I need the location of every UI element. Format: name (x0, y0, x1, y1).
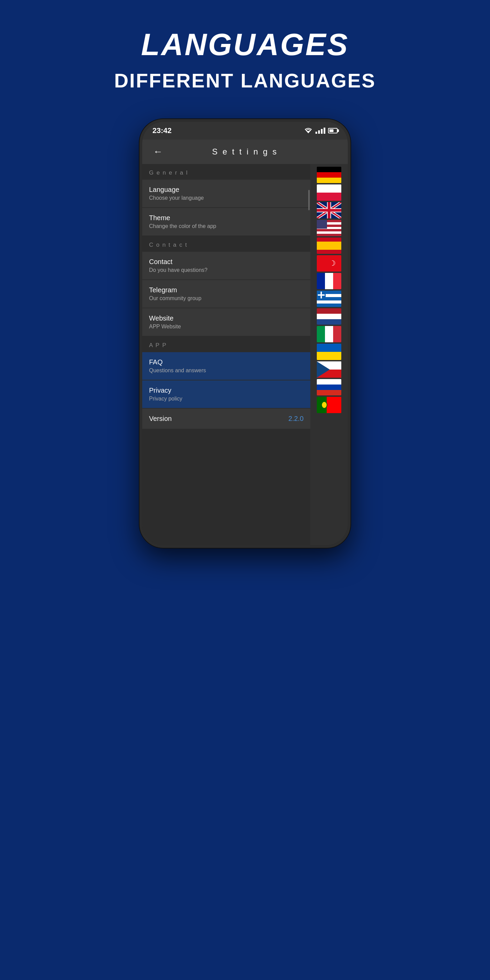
status-time: 23:42 (153, 126, 172, 135)
flag-tr[interactable]: ☽ (317, 255, 341, 272)
phone-frame: 23:42 (140, 119, 350, 548)
contact-subtitle: Do you have questions? (149, 267, 304, 273)
section-general: G e n e r a l (142, 164, 310, 180)
website-title: Website (149, 314, 304, 322)
flag-de[interactable] (317, 167, 341, 183)
status-icons (304, 127, 337, 134)
settings-item-contact[interactable]: Contact Do you have questions? (142, 252, 310, 280)
app-bar-title: S e t t i n g s (212, 147, 278, 156)
section-app: A P P (142, 337, 310, 352)
flag-ua[interactable] (317, 344, 341, 360)
wifi-icon (304, 127, 313, 134)
privacy-subtitle: Privacy policy (149, 396, 304, 402)
settings-item-telegram[interactable]: Telegram Our community group (142, 280, 310, 308)
faq-subtitle: Questions and answers (149, 368, 304, 374)
flag-us[interactable] (317, 220, 341, 236)
language-title: Language (149, 186, 304, 194)
settings-item-faq[interactable]: FAQ Questions and answers (142, 352, 310, 380)
telegram-subtitle: Our community group (149, 295, 304, 301)
language-subtitle: Choose your language (149, 195, 304, 201)
flag-pt[interactable] (317, 397, 341, 413)
theme-title: Theme (149, 214, 304, 222)
page-header: LANGUAGES DIFFERENT LANGUAGES (114, 0, 375, 105)
telegram-title: Telegram (149, 286, 304, 294)
flag-fr[interactable] (317, 273, 341, 289)
status-bar: 23:42 (142, 122, 348, 140)
phone-container: 23:42 (140, 119, 350, 548)
svg-rect-10 (318, 294, 325, 296)
flag-pl[interactable] (317, 185, 341, 201)
flags-panel: ☽ (310, 164, 348, 545)
settings-item-language[interactable]: Language Choose your language (142, 180, 310, 208)
version-row: Version 2.2.0 (142, 409, 310, 429)
settings-item-privacy[interactable]: Privacy Privacy policy (142, 380, 310, 408)
flag-ru[interactable] (317, 379, 341, 395)
page-title: LANGUAGES (114, 27, 375, 62)
faq-title: FAQ (149, 358, 304, 366)
section-contact: C o n t a c t (142, 236, 310, 252)
page-subtitle: DIFFERENT LANGUAGES (114, 69, 375, 92)
contact-title: Contact (149, 258, 304, 266)
flag-gr[interactable] (317, 291, 341, 307)
svg-rect-8 (317, 209, 341, 212)
version-label: Version (149, 415, 172, 423)
website-subtitle: APP Website (149, 324, 304, 330)
settings-item-theme[interactable]: Theme Change the color of the app (142, 208, 310, 236)
app-bar: ← S e t t i n g s (142, 140, 348, 164)
version-value: 2.2.0 (288, 415, 304, 423)
content-area: G e n e r a l Language Choose your langu… (142, 164, 348, 545)
scroll-indicator (308, 190, 310, 210)
flag-nl[interactable] (317, 308, 341, 325)
flag-es[interactable] (317, 237, 341, 254)
battery-icon (328, 128, 337, 134)
signal-icon (315, 127, 325, 134)
theme-subtitle: Change the color of the app (149, 223, 304, 229)
flag-cz[interactable] (317, 361, 341, 378)
settings-panel: G e n e r a l Language Choose your langu… (142, 164, 310, 545)
privacy-title: Privacy (149, 387, 304, 395)
phone-screen: 23:42 (142, 122, 348, 545)
back-button[interactable]: ← (150, 143, 165, 160)
flag-it[interactable] (317, 326, 341, 342)
settings-item-website[interactable]: Website APP Website (142, 308, 310, 336)
flag-gb[interactable] (317, 202, 341, 218)
